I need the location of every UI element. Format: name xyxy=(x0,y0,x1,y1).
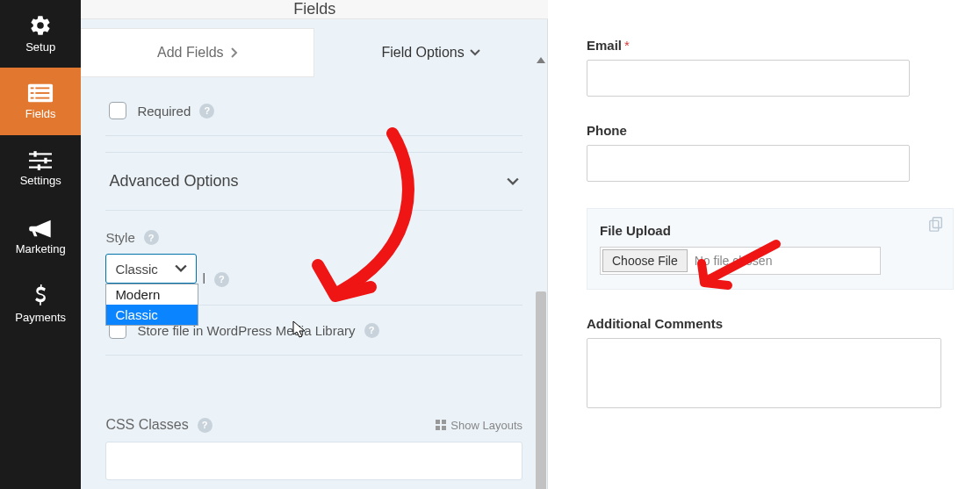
advanced-label: Advanced Options xyxy=(109,172,238,191)
list-icon xyxy=(27,83,54,104)
svg-rect-2 xyxy=(36,87,50,89)
css-classes-row: CSS Classes ? Show Layouts xyxy=(105,417,522,433)
required-checkbox[interactable] xyxy=(109,102,126,119)
email-label: Email xyxy=(587,38,622,53)
comments-textarea[interactable] xyxy=(587,338,941,408)
cursor-icon xyxy=(292,320,308,340)
chevron-down-icon xyxy=(507,177,519,186)
sidebar-nav: Setup Fields Settings Marketing Payments xyxy=(0,0,81,489)
form-preview: Email * Phone File Upload Choose File No… xyxy=(548,0,980,489)
nav-marketing[interactable]: Marketing xyxy=(0,203,81,270)
show-layouts-label: Show Layouts xyxy=(450,419,522,432)
nav-setup[interactable]: Setup xyxy=(0,0,81,68)
required-asterisk: * xyxy=(624,38,630,53)
required-label: Required xyxy=(137,104,191,119)
file-upload-label: File Upload xyxy=(600,223,671,238)
sliders-icon xyxy=(29,151,52,170)
svg-rect-18 xyxy=(930,220,939,231)
gear-icon xyxy=(29,14,52,37)
svg-rect-7 xyxy=(29,153,52,155)
style-option-modern[interactable]: Modern xyxy=(106,284,198,305)
show-layouts-link[interactable]: Show Layouts xyxy=(436,419,522,432)
svg-rect-14 xyxy=(442,420,446,424)
svg-rect-1 xyxy=(31,87,34,89)
tab-field-options[interactable]: Field Options xyxy=(314,28,547,77)
svg-rect-8 xyxy=(29,160,52,162)
style-dropdown: Modern Classic xyxy=(105,284,198,326)
choose-file-button[interactable]: Choose File xyxy=(602,249,688,272)
grid-icon xyxy=(436,420,446,430)
svg-rect-5 xyxy=(31,97,34,99)
scroll-thumb[interactable] xyxy=(536,291,546,489)
svg-rect-3 xyxy=(31,92,34,94)
help-icon[interactable]: ? xyxy=(214,272,229,287)
nav-label: Fields xyxy=(25,107,56,120)
phone-input[interactable] xyxy=(587,145,910,182)
svg-rect-15 xyxy=(436,426,440,430)
chevron-down-icon xyxy=(175,264,187,273)
style-selected: Classic xyxy=(115,262,157,277)
nav-label: Setup xyxy=(25,40,55,54)
nav-fields[interactable]: Fields xyxy=(0,68,81,135)
svg-rect-11 xyxy=(45,158,47,164)
phone-label: Phone xyxy=(587,123,627,138)
nav-settings[interactable]: Settings xyxy=(0,135,81,203)
help-icon[interactable]: ? xyxy=(199,104,214,119)
nav-payments[interactable]: Payments xyxy=(0,270,81,338)
style-select[interactable]: Classic Modern Classic xyxy=(105,254,197,284)
panel-tabs: Add Fields Field Options xyxy=(81,28,547,77)
megaphone-icon xyxy=(28,218,53,239)
nav-label: Payments xyxy=(15,311,66,324)
svg-rect-10 xyxy=(34,151,37,157)
tab-add-fields[interactable]: Add Fields xyxy=(81,28,314,77)
nav-label: Settings xyxy=(20,174,61,187)
chevron-down-icon xyxy=(470,48,480,57)
field-email: Email * xyxy=(587,38,954,97)
scrollbar[interactable] xyxy=(535,57,546,83)
field-comments: Additional Comments xyxy=(587,316,954,408)
tab-label: Field Options xyxy=(381,45,464,61)
dollar-icon xyxy=(33,284,47,307)
comments-label: Additional Comments xyxy=(587,316,723,331)
chevron-right-icon xyxy=(229,47,238,58)
annotation-arrow-1 xyxy=(287,125,428,327)
svg-rect-16 xyxy=(442,426,446,430)
annotation-arrow-2 xyxy=(680,237,785,298)
style-option-classic[interactable]: Classic xyxy=(106,305,198,325)
svg-rect-6 xyxy=(36,97,50,99)
svg-rect-12 xyxy=(38,164,40,170)
tab-label: Add Fields xyxy=(157,45,224,61)
nav-label: Marketing xyxy=(16,242,66,255)
css-classes-input[interactable] xyxy=(105,442,522,480)
style-label: Style xyxy=(105,230,134,245)
page-title: Fields xyxy=(81,0,548,19)
email-input[interactable] xyxy=(587,60,910,97)
svg-rect-17 xyxy=(933,218,941,228)
svg-rect-13 xyxy=(436,420,440,424)
field-phone: Phone xyxy=(587,123,954,182)
duplicate-icon[interactable] xyxy=(928,216,944,232)
help-icon[interactable]: ? xyxy=(144,230,159,245)
svg-rect-4 xyxy=(36,92,50,94)
css-classes-label: CSS Classes xyxy=(105,417,188,433)
help-icon[interactable]: ? xyxy=(198,418,213,433)
hide-label-fragment: l xyxy=(202,271,205,287)
